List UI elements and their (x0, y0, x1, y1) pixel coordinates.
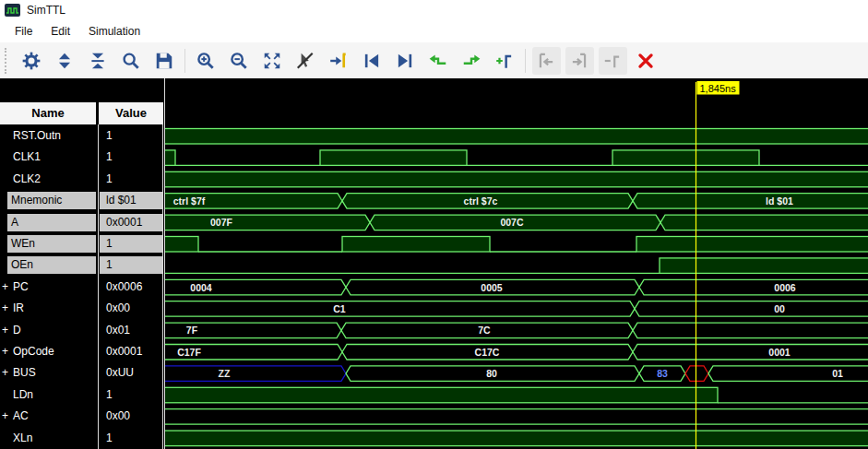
collapse-all-button[interactable] (84, 47, 113, 75)
wave-row-rst-outn (165, 129, 868, 145)
signal-value: 1 (100, 148, 162, 166)
svg-text:007F: 007F (210, 217, 233, 228)
go-to-start-button[interactable] (358, 47, 386, 75)
next-edge-icon (569, 51, 589, 71)
signal-row-oen[interactable]: OEn1 (0, 254, 164, 276)
signal-value: 0x0006 (100, 278, 162, 296)
svg-text:007C: 007C (500, 217, 524, 228)
signal-row-mnemonic[interactable]: +Mnemonicld $01 (0, 190, 164, 211)
svg-text:0005: 0005 (481, 282, 503, 293)
toolbar-separator (184, 49, 185, 73)
svg-text:C17C: C17C (475, 347, 500, 358)
signal-row-wen[interactable]: WEn1 (0, 233, 164, 254)
simttl-window: SimTTL FileEditSimulation Name Value RST… (0, 0, 868, 449)
toolbar-grip[interactable] (5, 48, 11, 74)
signal-value: 0x01 (100, 322, 162, 339)
step-into-button[interactable] (491, 47, 519, 75)
waveform-area[interactable]: ctrl $7fctrl $7cld $01007F007C0004000500… (164, 78, 868, 449)
wave-row-pc: 000400050006 (165, 279, 868, 295)
signal-name: CLK1 (9, 148, 96, 166)
cursor-off-icon (295, 51, 315, 71)
step-back-button[interactable] (424, 47, 453, 75)
wave-row-opcode: C17FC17C0001 (165, 345, 868, 360)
wave-row-bus: ZZ808301 (165, 366, 868, 382)
signal-name: RST.Outn (9, 127, 96, 145)
menu-simulation[interactable]: Simulation (79, 22, 149, 41)
signal-row-ac[interactable]: +AC0x00 (0, 406, 164, 427)
stop-button[interactable] (632, 47, 660, 75)
go-to-end-button[interactable] (391, 47, 420, 75)
value-column-header[interactable]: Value (99, 102, 163, 124)
signal-name: D (9, 322, 96, 339)
signal-value: 0xUU (100, 364, 162, 382)
wave-row-d: 7F7C (165, 323, 868, 338)
signal-name: OEn (7, 256, 96, 274)
signal-value: 1 (100, 171, 162, 188)
signal-row-xln[interactable]: XLn1 (0, 428, 164, 449)
settings-button[interactable] (18, 47, 46, 75)
signal-row-d[interactable]: +D0x01 (0, 320, 164, 341)
expand-all-button[interactable] (51, 47, 79, 75)
signal-row-clk2[interactable]: CLK21 (0, 169, 164, 190)
main-area: Name Value RST.Outn1CLK11CLK21+Mnemonicl… (0, 78, 868, 449)
zoom-fit-button[interactable] (258, 47, 287, 75)
wave-row-a: 007F007C (165, 215, 868, 230)
wave-row-ac (165, 409, 868, 425)
svg-text:0006: 0006 (774, 282, 796, 293)
run-to-cursor-button[interactable] (325, 47, 353, 75)
signal-name: PC (9, 278, 96, 296)
zoom-out-icon (229, 51, 249, 71)
menu-edit[interactable]: Edit (42, 22, 79, 41)
name-column-header[interactable]: Name (0, 102, 96, 124)
clear-edge-icon (602, 51, 623, 71)
signal-row-clk1[interactable]: CLK11 (0, 147, 164, 168)
go-to-start-icon (362, 51, 382, 71)
svg-text:ld $01: ld $01 (766, 195, 793, 207)
panel-header: Name Value (0, 102, 164, 124)
step-into-icon (494, 51, 515, 71)
toggle-cursor-button[interactable] (291, 47, 320, 75)
signal-row-rst-outn[interactable]: RST.Outn1 (0, 125, 164, 147)
signal-row-opcode[interactable]: +OpCode0x0001 (0, 341, 164, 362)
signal-value: 1 (100, 127, 162, 145)
signal-row-ir[interactable]: +IR0x00 (0, 298, 164, 319)
zoom-in-button[interactable] (192, 47, 220, 75)
step-forward-button[interactable] (458, 47, 486, 75)
go-to-end-icon (395, 51, 415, 71)
signal-value: ld $01 (100, 192, 162, 209)
step-forward-icon (461, 51, 482, 71)
wave-row-xln (165, 431, 868, 446)
signal-row-a[interactable]: +A0x0001 (0, 212, 164, 233)
menu-bar: FileEditSimulation (0, 20, 868, 42)
panel-right-divider (162, 124, 163, 449)
prev-edge-icon (536, 51, 556, 71)
svg-text:ZZ: ZZ (219, 368, 231, 379)
svg-text:00: 00 (774, 303, 785, 314)
zoom-out-button[interactable] (225, 47, 254, 75)
wave-row-wen (165, 237, 868, 253)
signal-name: A (7, 214, 96, 231)
signal-row-pc[interactable]: +PC0x0006 (0, 277, 164, 298)
signal-row-ldn[interactable]: LDn1 (0, 384, 164, 406)
title-bar: SimTTL (0, 0, 868, 20)
next-edge-button (565, 47, 594, 75)
search-button[interactable] (117, 47, 146, 75)
signal-value: 1 (100, 386, 162, 404)
signal-name: AC (9, 408, 96, 425)
signal-rows: RST.Outn1CLK11CLK21+Mnemonicld $01+A0x00… (0, 125, 164, 449)
cursor-time-label: 1,845ns (700, 83, 737, 94)
signal-panel: Name Value RST.Outn1CLK11CLK21+Mnemonicl… (0, 78, 164, 449)
signal-name: OpCode (9, 343, 96, 360)
window-title: SimTTL (27, 4, 65, 17)
svg-text:0001: 0001 (768, 347, 791, 358)
signal-name: LDn (9, 386, 96, 404)
signal-row-bus[interactable]: +BUS0xUU (0, 362, 164, 384)
menu-file[interactable]: File (6, 22, 42, 41)
run-to-cursor-icon (328, 51, 349, 71)
signal-name: BUS (9, 364, 96, 382)
wave-row-clk2 (165, 171, 868, 187)
toolbar (0, 42, 868, 78)
save-button[interactable] (150, 47, 179, 75)
signal-value: 1 (100, 235, 162, 253)
collapse-rows-icon (88, 51, 108, 71)
